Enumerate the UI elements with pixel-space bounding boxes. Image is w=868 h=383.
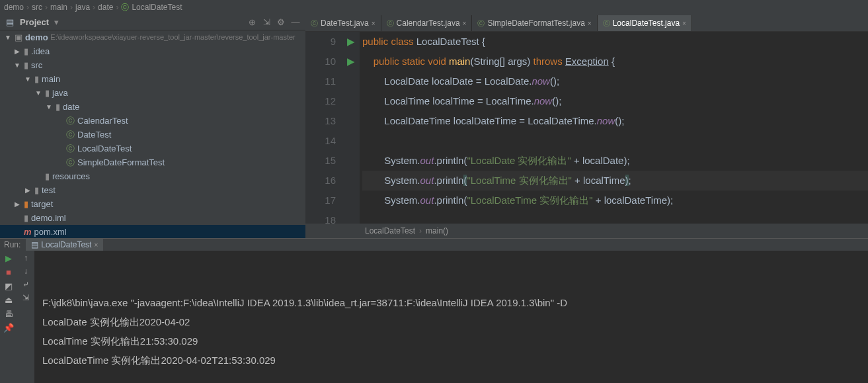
tree-file[interactable]: CalendarTest xyxy=(77,114,128,128)
crumb-class[interactable]: LocalDateTest xyxy=(365,226,415,235)
close-icon[interactable]: × xyxy=(372,20,375,27)
run-header: Run: ▤ LocalDateTest × xyxy=(0,239,868,251)
class-icon: ⓒ xyxy=(66,114,75,128)
project-title: Project xyxy=(20,17,49,27)
breadcrumb-item[interactable]: demo xyxy=(4,3,24,12)
run-config-icon: ▤ xyxy=(31,240,38,249)
breadcrumb-item[interactable]: java xyxy=(75,3,90,12)
console-output[interactable]: F:\jdk8\bin\java.exe "-javaagent:F:\idea… xyxy=(34,251,868,383)
camera-icon[interactable]: ◩ xyxy=(5,281,13,291)
tab-simpledateformattest[interactable]: ⓒSimpleDateFormatTest.java× xyxy=(472,15,597,31)
project-tree[interactable]: ▼▣demo E:\ideaworkspeace\xiayuer-reverse… xyxy=(0,30,305,238)
class-icon: ⓒ xyxy=(66,128,75,142)
tab-localdatetest[interactable]: ⓒLocalDateTest.java× xyxy=(598,15,692,31)
run-panel: Run: ▤ LocalDateTest × ▶ ■ ◩ ⏏ 🖶 📌 ↑ ↓ ⤶… xyxy=(0,238,868,383)
up-icon[interactable]: ↑ xyxy=(24,253,28,263)
collapse-icon[interactable]: ⇲ xyxy=(262,17,271,27)
run-toolbar-inner: ↑ ↓ ⤶ ⇲ xyxy=(17,251,34,383)
close-icon[interactable]: × xyxy=(682,20,686,27)
project-icon: ▤ xyxy=(5,17,15,27)
editor-tabs: ⓒDateTest.java× ⓒCalendarTest.java× ⓒSim… xyxy=(305,15,868,32)
tree-file[interactable]: SimpleDateFormatTest xyxy=(77,155,165,169)
breadcrumb-item[interactable]: LocalDateTest xyxy=(132,3,182,12)
pin-icon[interactable]: 📌 xyxy=(3,323,14,333)
class-icon: ⓒ xyxy=(477,19,485,28)
gear-icon[interactable]: ⚙ xyxy=(276,17,286,27)
print-icon[interactable]: 🖶 xyxy=(5,309,13,319)
project-sidebar: ▤ Project ▾ ⊕ ⇲ ⚙ — ▼▣demo E:\ideaworksp… xyxy=(0,15,305,238)
run-label: Run: xyxy=(4,240,20,249)
tree-file-iml[interactable]: demo.iml xyxy=(31,211,66,225)
editor-breadcrumb: LocalDateTest › main() xyxy=(305,224,868,238)
tree-root[interactable]: demo xyxy=(25,30,48,44)
hide-icon[interactable]: — xyxy=(291,17,300,27)
run-toolbar-left: ▶ ■ ◩ ⏏ 🖶 📌 xyxy=(0,251,17,383)
tree-item-idea[interactable]: .idea xyxy=(31,44,50,58)
wrap-icon[interactable]: ⤶ xyxy=(22,280,29,289)
tree-file[interactable]: LocalDateTest xyxy=(77,142,132,155)
tree-item-java[interactable]: java xyxy=(52,86,68,100)
tree-item-resources[interactable]: resources xyxy=(52,169,90,183)
class-icon: ⓒ xyxy=(121,2,129,13)
stop-icon[interactable]: ■ xyxy=(6,267,11,277)
run-tab[interactable]: ▤ LocalDateTest × xyxy=(26,239,103,251)
locate-icon[interactable]: ⊕ xyxy=(247,17,256,27)
tree-item-date[interactable]: date xyxy=(63,100,79,114)
rerun-icon[interactable]: ▶ xyxy=(5,253,12,263)
tree-item-main[interactable]: main xyxy=(42,72,60,86)
class-icon: ⓒ xyxy=(66,155,75,169)
tree-item-src[interactable]: src xyxy=(31,58,42,72)
scroll-icon[interactable]: ⇲ xyxy=(22,293,29,302)
class-icon: ⓒ xyxy=(311,19,318,28)
line-gutter: 9101112131415161718 xyxy=(305,32,342,224)
down-icon[interactable]: ↓ xyxy=(24,267,28,276)
tab-calendartest[interactable]: ⓒCalendarTest.java× xyxy=(381,15,473,31)
breadcrumb-item[interactable]: date xyxy=(98,3,113,12)
editor-area: ⓒDateTest.java× ⓒCalendarTest.java× ⓒSim… xyxy=(305,15,868,238)
tree-file[interactable]: DateTest xyxy=(77,128,111,142)
breadcrumb-item[interactable]: src xyxy=(32,3,42,12)
close-icon[interactable]: × xyxy=(588,20,592,27)
class-icon: ⓒ xyxy=(66,142,75,155)
tree-item-test[interactable]: test xyxy=(42,183,56,197)
class-icon: ⓒ xyxy=(603,19,610,28)
gutter-icons: ▶▶ xyxy=(342,32,360,224)
tree-file-pom[interactable]: pom.xml xyxy=(34,225,67,238)
tab-datetest[interactable]: ⓒDateTest.java× xyxy=(305,15,381,31)
class-icon: ⓒ xyxy=(387,19,394,28)
exit-icon[interactable]: ⏏ xyxy=(5,295,13,305)
code-editor[interactable]: 9101112131415161718 ▶▶ public class Loca… xyxy=(305,32,868,224)
close-icon[interactable]: × xyxy=(94,241,98,249)
breadcrumb: demo› src› main› java› date› ⓒ LocalDate… xyxy=(0,0,868,15)
crumb-method[interactable]: main() xyxy=(426,226,448,235)
project-tool-header: ▤ Project ▾ ⊕ ⇲ ⚙ — xyxy=(0,15,305,30)
tree-item-target[interactable]: target xyxy=(31,197,53,211)
breadcrumb-item[interactable]: main xyxy=(50,3,67,12)
close-icon[interactable]: × xyxy=(463,20,467,27)
